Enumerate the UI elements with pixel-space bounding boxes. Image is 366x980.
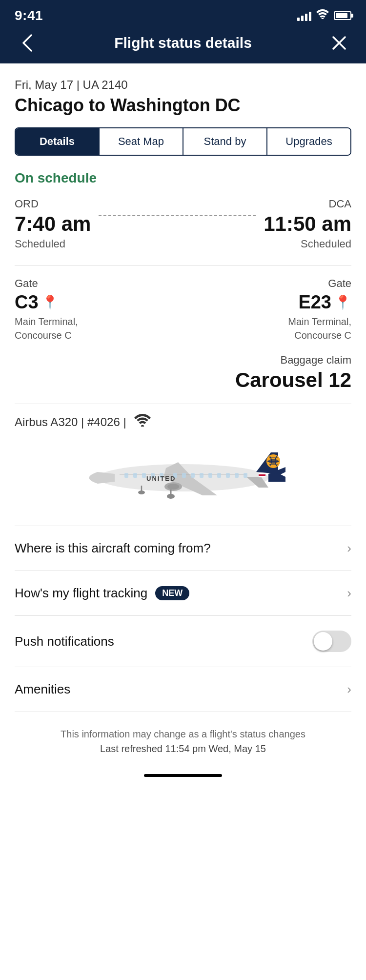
arrival-pin-icon: 📍: [334, 294, 351, 310]
flight-tracking-left: How's my flight tracking NEW: [15, 586, 189, 601]
home-bar: [144, 774, 222, 777]
arrival-block: DCA 11:50 am Scheduled: [264, 198, 351, 250]
arrival-gate-value: E23 📍: [288, 292, 351, 313]
svg-rect-14: [217, 473, 221, 478]
battery-icon: [334, 11, 351, 20]
footer: This information may change as a flight'…: [15, 712, 351, 764]
chevron-icon-3: ›: [347, 682, 351, 697]
push-notifications-item: Push notifications: [15, 616, 351, 667]
aircraft-image: UNITED: [15, 438, 351, 516]
gates-section: Gate C3 📍 Main Terminal,Concourse C Gate…: [15, 277, 351, 342]
tab-bar: Details Seat Map Stand by Upgrades: [15, 127, 351, 156]
baggage-section: Baggage claim Carousel 12: [15, 354, 351, 404]
aircraft-info: Airbus A320 | #4026 |: [15, 414, 351, 430]
flight-times: ORD 7:40 am Scheduled DCA 11:50 am Sched…: [15, 198, 351, 250]
departure-time: 7:40 am: [15, 212, 91, 236]
svg-point-1: [141, 425, 143, 427]
new-badge: NEW: [155, 586, 189, 600]
svg-rect-22: [259, 476, 265, 477]
baggage-label: Baggage claim: [15, 354, 351, 367]
amenities-item[interactable]: Amenities ›: [15, 667, 351, 712]
svg-rect-17: [244, 473, 247, 478]
status-icons: [297, 9, 351, 22]
push-notifications-toggle[interactable]: [312, 631, 351, 652]
tab-seatmap[interactable]: Seat Map: [99, 128, 183, 155]
status-time: 9:41: [15, 8, 43, 23]
close-button[interactable]: [327, 36, 351, 50]
flight-meta: Fri, May 17 | UA 2140 Chicago to Washing…: [15, 78, 351, 116]
toggle-thumb: [314, 632, 332, 651]
home-indicator: [0, 764, 366, 785]
departure-terminal: Main Terminal,Concourse C: [15, 315, 78, 342]
back-button[interactable]: [15, 34, 39, 52]
arrival-gate-label: Gate: [288, 277, 351, 290]
chevron-icon-2: ›: [347, 586, 351, 601]
departure-gate-value: C3 📍: [15, 292, 78, 313]
departure-block: ORD 7:40 am Scheduled: [15, 198, 91, 250]
arrival-code: DCA: [264, 198, 351, 210]
svg-rect-5: [133, 473, 137, 478]
tab-details[interactable]: Details: [16, 128, 99, 155]
departure-label: Scheduled: [15, 238, 91, 250]
arrival-time: 11:50 am: [264, 212, 351, 236]
main-content: Fri, May 17 | UA 2140 Chicago to Washing…: [0, 63, 366, 764]
aircraft-section: Airbus A320 | #4026 |: [15, 404, 351, 526]
svg-rect-4: [124, 473, 128, 478]
wifi-icon: [134, 414, 151, 430]
footer-refresh: Last refreshed 11:54 pm Wed, May 15: [15, 743, 351, 755]
chevron-icon-1: ›: [347, 541, 351, 556]
push-notifications-label: Push notifications: [15, 634, 114, 649]
aircraft-origin-label: Where is this aircraft coming from?: [15, 541, 211, 556]
svg-rect-16: [235, 473, 239, 478]
svg-rect-12: [200, 473, 203, 478]
arrival-gate: Gate E23 📍 Main Terminal,Concourse C: [288, 277, 351, 342]
header: Flight status details: [0, 29, 366, 63]
amenities-label: Amenities: [15, 682, 70, 697]
page-title: Flight status details: [39, 35, 327, 51]
svg-rect-10: [182, 473, 186, 478]
tab-standby[interactable]: Stand by: [183, 128, 266, 155]
svg-rect-20: [259, 473, 265, 474]
flight-date: Fri, May 17 | UA 2140: [15, 78, 351, 92]
aircraft-name: Airbus A320 | #4026 |: [15, 415, 126, 429]
svg-rect-15: [226, 473, 230, 478]
tab-upgrades[interactable]: Upgrades: [266, 128, 350, 155]
svg-point-0: [322, 18, 324, 20]
svg-text:UNITED: UNITED: [146, 475, 176, 482]
list-section: Where is this aircraft coming from? › Ho…: [15, 526, 351, 712]
flight-route: Chicago to Washington DC: [15, 95, 351, 116]
signal-icon: [297, 10, 311, 21]
flight-tracking-item[interactable]: How's my flight tracking NEW ›: [15, 571, 351, 616]
departure-gate: Gate C3 📍 Main Terminal,Concourse C: [15, 277, 78, 342]
svg-rect-6: [142, 473, 146, 478]
svg-rect-21: [259, 474, 265, 476]
status-bar: 9:41: [0, 0, 366, 29]
departure-code: ORD: [15, 198, 91, 210]
arrival-terminal: Main Terminal,Concourse C: [288, 315, 351, 342]
svg-point-26: [167, 494, 175, 499]
footer-disclaimer: This information may change as a flight'…: [15, 727, 351, 741]
svg-point-28: [138, 490, 145, 494]
divider-1: [15, 265, 351, 265]
svg-point-24: [167, 484, 179, 490]
svg-rect-11: [191, 473, 195, 478]
departure-gate-label: Gate: [15, 277, 78, 290]
flight-duration-line: [91, 215, 264, 216]
flight-tracking-label: How's my flight tracking: [15, 586, 147, 601]
baggage-value: Carousel 12: [15, 368, 351, 392]
flight-status: On schedule: [15, 170, 351, 186]
svg-rect-13: [208, 473, 212, 478]
arrival-label: Scheduled: [264, 238, 351, 250]
wifi-status-icon: [316, 9, 329, 22]
aircraft-origin-item[interactable]: Where is this aircraft coming from? ›: [15, 526, 351, 571]
departure-pin-icon: 📍: [41, 294, 59, 310]
